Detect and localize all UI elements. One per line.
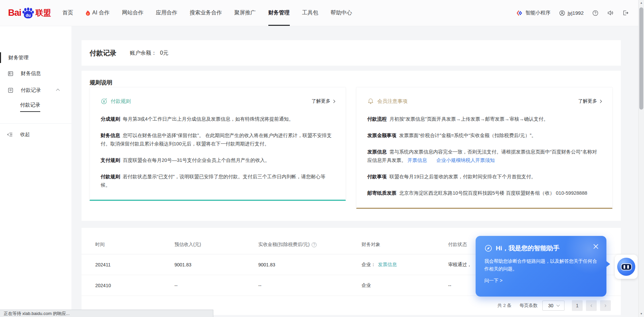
member-notes-card: 会员注意事项 了解更多 付款流程月初按“发票信息”页面开具发票→上传发票→邮寄发… <box>356 87 612 209</box>
nav-search-business[interactable]: 搜索业务合作 <box>190 0 222 26</box>
rule-item: 付款流程月初按“发票信息”页面开具发票→上传发票→邮寄发票→审核→确认支付。 <box>367 115 601 123</box>
sidebar-item-finance-info[interactable]: 财务信息 <box>0 65 71 82</box>
rule-item: 支付规则百度联盟会在每月20号—31号支付企业会员上个自然月产生的收入。 <box>101 156 335 165</box>
page-size-select[interactable]: 30 <box>542 301 565 311</box>
sidebar-item-payment-records[interactable]: 付款记录 <box>0 82 71 99</box>
topbar-right-cluster: 智能小程序 jyj1992 <box>516 0 629 26</box>
rule-item: 发票金额事项发票票面“价税合计”金额=系统中“实收金额（扣除税费后/元）”。 <box>367 131 601 140</box>
nav-app-cooperation[interactable]: 应用合作 <box>156 0 177 26</box>
small-taxpayer-notice-link[interactable]: 企业小规模纳税人开票须知 <box>436 157 495 163</box>
cell-actual: 9001.83 <box>258 262 362 267</box>
help-tooltip-icon[interactable] <box>312 242 317 247</box>
sidebar-subitem-payment-records[interactable]: 付款记录 <box>0 99 71 115</box>
rule-item: 财务信息您可以在财务信息中选择“保留付款”。 在此期间您产生的收入将在账户内进行… <box>101 131 335 148</box>
column-header-actual-amount: 实收金额(扣除税费后/元) <box>258 242 310 248</box>
vertical-scrollbar[interactable]: ▲ ▼ <box>638 0 644 317</box>
logo-text-union: 联盟 <box>36 8 51 18</box>
nav-help-center[interactable]: 帮助中心 <box>331 0 352 26</box>
finance-info-icon <box>7 70 14 77</box>
nav-screen-promotion[interactable]: 聚屏推广 <box>234 0 256 26</box>
total-count: 共 2 条 <box>497 303 512 309</box>
rule-item: 付款事项联盟在每月19日之后签收的发票，付款时间安排在下个月首批支付。 <box>367 173 601 181</box>
rule-item: 付款规则若付款状态显示“已支付”，说明联盟已安排了您的付款。支付后三个工作日内到… <box>101 173 335 189</box>
invoice-info-link[interactable]: 开票信息 <box>408 157 427 163</box>
bell-icon <box>367 98 374 105</box>
cell-entity: 企业：发票信息 <box>362 262 448 268</box>
robot-avatar-icon <box>617 258 635 276</box>
mini-program-link[interactable]: 智能小程序 <box>516 10 550 16</box>
chevron-right-icon <box>332 100 335 103</box>
payment-record-icon <box>7 87 14 93</box>
cell-estimated: -- <box>174 283 258 288</box>
baidu-union-logo[interactable]: Bai du 联盟 <box>8 0 51 26</box>
assistant-robot-button[interactable] <box>615 255 638 279</box>
nav-finance-management[interactable]: 财务管理 <box>268 0 290 26</box>
svg-text:du: du <box>26 13 31 17</box>
prev-page-button[interactable]: ‹ <box>586 300 597 311</box>
scrollbar-thumb[interactable] <box>639 7 643 110</box>
collapse-label: 收起 <box>20 131 30 138</box>
assistant-title: Hi，我是您的智能助手 <box>496 244 559 253</box>
sound-icon[interactable] <box>607 10 613 16</box>
flame-icon <box>86 10 91 16</box>
rule-item: 发票信息需与系统内发票信息内容完全一致，否则无法支付。请根据发票信息页面中“百度… <box>367 148 601 165</box>
main-nav: 首页 AI 合作 网站合作 应用合作 搜索业务合作 聚屏推广 财务管理 工具包 … <box>62 0 352 26</box>
browser-status-text: 正在等待 xlab.baidu.com 的响应... <box>0 310 213 317</box>
sidebar-section-label: 财务管理 <box>8 55 29 61</box>
cell-time: 202410 <box>82 283 174 288</box>
assistant-ask-link[interactable]: 问一下 > <box>484 278 598 284</box>
page-title-panel: 付款记录 账户余额： 0元 <box>82 40 621 66</box>
smart-mini-program-icon <box>516 10 523 16</box>
user-account[interactable]: jyj1992 <box>559 10 584 16</box>
nav-website-cooperation[interactable]: 网站合作 <box>122 0 144 26</box>
chevron-down-icon <box>556 303 560 307</box>
cell-entity: 企业 <box>362 282 448 289</box>
top-navigation-bar: Bai du 联盟 首页 AI 合作 网站合作 应用合作 搜索业务合作 聚屏推广 <box>0 0 644 26</box>
next-page-button[interactable]: › <box>600 300 611 311</box>
sidebar-item-label: 付款记录 <box>21 87 41 93</box>
scrollbar-down-arrow[interactable]: ▼ <box>639 311 644 316</box>
column-header-time: 时间 <box>82 242 174 248</box>
learn-more-link[interactable]: 了解更多 <box>578 98 601 104</box>
page-number-button[interactable]: 1 <box>572 300 583 311</box>
nav-ai-cooperation[interactable]: AI 合作 <box>86 0 110 26</box>
per-page-label: 每页条数 <box>520 303 538 309</box>
nav-home[interactable]: 首页 <box>62 0 73 26</box>
sidebar-section-finance-management[interactable]: 财务管理 <box>0 50 71 65</box>
learn-more-link[interactable]: 了解更多 <box>312 98 335 104</box>
cell-actual: -- <box>258 283 362 288</box>
smart-assistant-popup: Hi，我是您的智能助手 我会帮助您诊断合作链路问题，以及解答您关于任何合作相关的… <box>476 236 606 297</box>
collapse-icon <box>7 131 13 138</box>
rules-section-title: 规则说明 <box>90 79 613 87</box>
rule-item: 分成规则每月第3或4个工作日产出上月分成信息及发票信息，如有特殊情况将提前通知。 <box>101 115 335 123</box>
baidu-paw-icon: du <box>22 7 35 19</box>
invoice-info-table-link[interactable]: 发票信息 <box>378 262 397 267</box>
sidebar-collapse-button[interactable]: 收起 <box>0 126 71 142</box>
page-title: 付款记录 <box>90 49 116 58</box>
sidebar-divider <box>0 123 71 124</box>
column-header-estimated-income: 预估收入(元) <box>174 242 258 248</box>
help-icon[interactable] <box>592 10 598 16</box>
balance-value: 0元 <box>160 50 168 57</box>
nav-toolkit[interactable]: 工具包 <box>302 0 318 26</box>
user-icon <box>559 10 565 16</box>
popup-pointer <box>606 261 610 267</box>
sidebar: 财务管理 财务信息 付款记录 付款记录 收起 <box>0 26 71 317</box>
sidebar-subitem-label: 付款记录 <box>20 102 40 112</box>
logout-icon[interactable] <box>622 10 629 16</box>
chevron-up-icon <box>56 89 60 92</box>
cell-time: 202411 <box>82 262 174 267</box>
balance-label: 账户余额： <box>130 50 157 57</box>
close-icon[interactable] <box>593 244 598 249</box>
scrollbar-up-arrow[interactable]: ▲ <box>639 0 644 5</box>
column-header-finance-entity: 财务对象 <box>362 242 448 248</box>
account-balance: 账户余额： 0元 <box>130 50 168 57</box>
card-title: 会员注意事项 <box>377 98 408 105</box>
assistant-message: 我会帮助您诊断合作链路问题，以及解答您关于任何合作相关的问题。 <box>484 257 599 273</box>
coin-yuan-icon <box>101 98 107 105</box>
rule-item: 邮寄纸质发票北京市海淀区西北旺东路10号院百度科技园5号楼 百度联盟财务组（收）… <box>367 189 601 197</box>
sidebar-item-label: 财务信息 <box>21 70 41 77</box>
card-title: 付款规则 <box>111 98 131 105</box>
compass-icon <box>484 244 492 252</box>
chevron-right-icon <box>599 100 602 103</box>
